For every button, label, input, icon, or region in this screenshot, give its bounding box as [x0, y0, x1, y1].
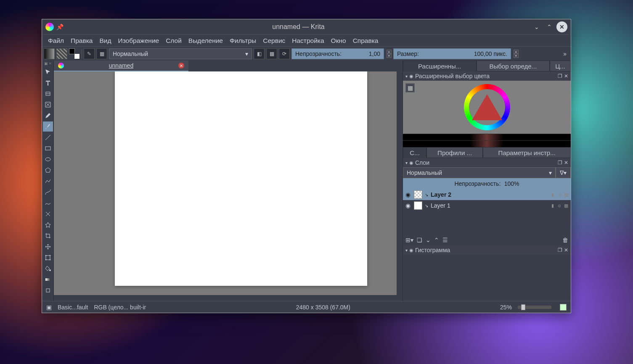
inherit-alpha-icon[interactable]: ▩: [563, 192, 569, 198]
brush-presets-icon[interactable]: ▦: [96, 48, 107, 59]
docker-tab-advanced[interactable]: Расширенны...: [403, 61, 477, 71]
menu-settings[interactable]: Настройка: [289, 36, 327, 46]
lock-icon[interactable]: ▮: [550, 192, 556, 198]
color-history[interactable]: [403, 134, 571, 147]
alpha-icon[interactable]: α: [556, 192, 562, 198]
visibility-icon[interactable]: ◉: [405, 191, 411, 198]
eraser-mode-icon[interactable]: ◧: [254, 48, 265, 59]
alpha-lock-icon[interactable]: ▩: [266, 48, 277, 59]
menu-view[interactable]: Вид: [96, 36, 114, 46]
color-picker-tool[interactable]: [43, 285, 53, 295]
zoom-label[interactable]: 25%: [500, 304, 512, 311]
add-layer-button[interactable]: ⊞▾: [405, 237, 413, 243]
close-panel-icon[interactable]: ✕: [564, 73, 568, 79]
edit-shapes-tool[interactable]: [43, 89, 53, 99]
menu-file[interactable]: Файл: [45, 36, 67, 46]
blend-mode-combo[interactable]: Нормальный ▾: [109, 48, 252, 59]
opacity-spin[interactable]: ▴▾: [387, 50, 392, 58]
vertical-scrollbar[interactable]: [397, 71, 403, 295]
canvas[interactable]: [115, 71, 367, 286]
collapse-icon[interactable]: ▾: [405, 161, 408, 165]
menu-layer[interactable]: Слой: [162, 36, 185, 46]
docker-tab-s[interactable]: С...: [403, 147, 426, 158]
move-tool[interactable]: [43, 242, 53, 252]
lock-icon[interactable]: ▮: [550, 203, 556, 208]
brush-editor-icon[interactable]: ✎: [84, 48, 95, 59]
docker-tab-color[interactable]: Ц...: [550, 61, 571, 71]
docker-tab-profiles[interactable]: Профили ...: [426, 147, 483, 158]
layer-row[interactable]: ◉ ↘ Layer 2 ▮ α ▩: [403, 189, 571, 200]
reload-brush-icon[interactable]: ⟳: [279, 48, 290, 59]
inherit-alpha-icon[interactable]: ▩: [563, 203, 569, 208]
size-spin[interactable]: ▴▾: [514, 50, 519, 58]
layer-opacity-slider[interactable]: Непрозрачность: 100%: [403, 178, 571, 189]
advanced-color-selector[interactable]: ▦: [403, 81, 571, 147]
rectangle-tool[interactable]: [43, 143, 53, 153]
canvas-viewport[interactable]: [54, 71, 397, 295]
dynamic-brush-tool[interactable]: [43, 209, 53, 219]
color-model-label[interactable]: RGB (цело... built-iг: [94, 304, 146, 311]
gradient-tool[interactable]: [43, 274, 53, 285]
opacity-slider[interactable]: Непрозрачность: 1,00: [291, 48, 384, 59]
brush-preset-label[interactable]: Basic...fault: [58, 304, 88, 311]
polyline-tool[interactable]: [43, 176, 53, 186]
close-panel-icon[interactable]: ✕: [564, 247, 568, 253]
gradient-preview-icon[interactable]: [44, 48, 55, 59]
collapse-icon[interactable]: ▾: [405, 74, 408, 79]
transform-tool[interactable]: [43, 253, 53, 263]
menu-help[interactable]: Справка: [350, 36, 382, 46]
menu-edit[interactable]: Правка: [67, 36, 96, 46]
menu-image[interactable]: Изображение: [115, 36, 163, 46]
float-icon[interactable]: ❐: [558, 73, 562, 79]
detach-icon[interactable]: ◉: [409, 248, 413, 253]
ellipse-tool[interactable]: [43, 154, 53, 164]
pencil-tool[interactable]: [43, 111, 53, 121]
zoom-fit-button[interactable]: [560, 304, 567, 311]
fg-bg-swatch[interactable]: [69, 48, 80, 59]
close-button[interactable]: ✕: [556, 21, 567, 32]
bezier-tool[interactable]: [43, 187, 53, 197]
hue-ring[interactable]: [464, 84, 510, 130]
menu-select[interactable]: Выделение: [185, 36, 226, 46]
menu-window[interactable]: Окно: [328, 36, 350, 46]
fill-tool[interactable]: [43, 264, 53, 274]
maximize-button[interactable]: ⌃: [544, 21, 555, 32]
size-slider[interactable]: Размер: 100,00 пикс.: [393, 48, 511, 59]
sv-triangle[interactable]: [472, 94, 502, 120]
line-tool[interactable]: [43, 132, 53, 142]
menu-filters[interactable]: Фильтры: [226, 36, 260, 46]
freehand-path-tool[interactable]: [43, 198, 53, 208]
polygon-tool[interactable]: [43, 165, 53, 175]
docker-tab-tooloptions[interactable]: Параметры инстр...: [483, 147, 571, 158]
collapse-icon[interactable]: ▾: [405, 248, 408, 253]
menu-tools[interactable]: Сервис: [260, 36, 289, 46]
multibrush-tool[interactable]: [43, 220, 53, 230]
docker-tab-specific[interactable]: Выбор опреде...: [477, 61, 550, 71]
layer-filter-button[interactable]: ∇▾: [556, 167, 571, 178]
titlebar[interactable]: 📌 unnamed — Krita ⌄ ⌃ ✕: [42, 19, 571, 34]
float-icon[interactable]: ❐: [558, 247, 562, 253]
delete-layer-button[interactable]: 🗑: [562, 237, 568, 243]
toolbar-overflow-icon[interactable]: »: [561, 50, 569, 57]
visibility-icon[interactable]: ◉: [405, 202, 411, 209]
float-icon[interactable]: ❐: [558, 160, 562, 166]
select-tool[interactable]: [43, 67, 53, 77]
horizontal-scrollbar[interactable]: [54, 295, 403, 301]
document-tab[interactable]: unnamed ✕: [54, 61, 188, 71]
minimize-button[interactable]: ⌄: [531, 21, 542, 32]
move-layer-up-button[interactable]: ⌃: [434, 237, 439, 243]
layer-name[interactable]: Layer 1: [431, 202, 547, 209]
pattern-preview-icon[interactable]: [56, 48, 67, 59]
close-tab-icon[interactable]: ✕: [178, 63, 184, 69]
pin-icon[interactable]: 📌: [56, 24, 63, 30]
layer-row[interactable]: ◉ ↘ Layer 1 ▮ α ▩: [403, 200, 571, 211]
duplicate-layer-button[interactable]: ❏: [417, 237, 422, 243]
close-panel-icon[interactable]: ✕: [564, 160, 568, 166]
text-tool[interactable]: [43, 78, 53, 88]
layer-properties-button[interactable]: ☰: [442, 237, 448, 243]
zoom-slider[interactable]: [518, 306, 551, 309]
histogram-panel-header[interactable]: ▾ ◉ Гистограмма ❐ ✕: [403, 245, 571, 255]
brush-tool[interactable]: [43, 121, 53, 132]
layer-blend-combo[interactable]: Нормальный ▾: [403, 167, 556, 178]
detach-icon[interactable]: ◉: [409, 74, 413, 79]
